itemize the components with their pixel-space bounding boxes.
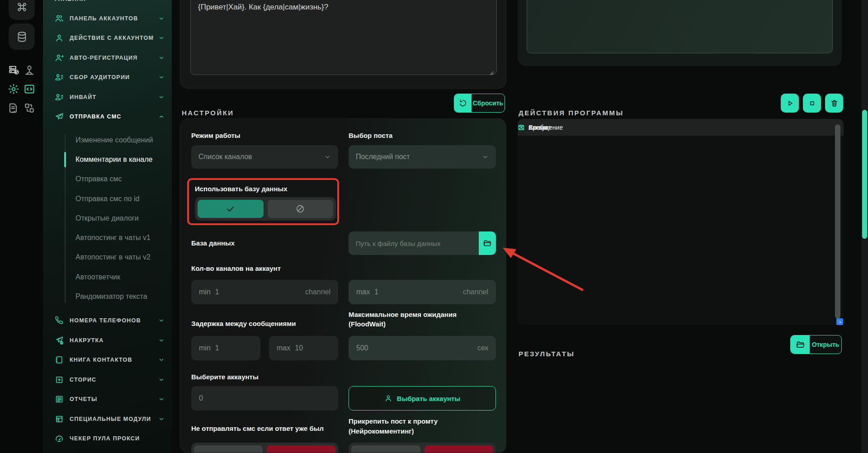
submenu-item-text-randomizer[interactable]: Рандомизатор текста: [43, 287, 172, 306]
submenu-item-autoposting-v2[interactable]: Автопостинг в чаты v2: [43, 248, 172, 267]
sidebar-item-contact-book[interactable]: КНИГА КОНТАКТОВ: [43, 350, 172, 370]
submenu-item-label: Автопостинг в чаты v1: [75, 234, 151, 242]
post-select-value: Последний пост: [356, 153, 410, 161]
submenu-item-send-sms[interactable]: Отправка смс: [43, 170, 172, 189]
open-results-label: Открыть: [810, 335, 841, 354]
delay-max-input[interactable]: max 10: [269, 336, 338, 360]
delay-max-value: 10: [295, 344, 303, 352]
chevron-icon: [158, 35, 165, 41]
page-scrollbar-track[interactable]: [861, 0, 868, 453]
db-path-input[interactable]: Путь к файлу базы данных: [349, 231, 479, 255]
reset-button[interactable]: Сбросить: [454, 94, 505, 113]
rail-icon-server-check[interactable]: [8, 64, 20, 76]
rail-icon-person-stand[interactable]: [23, 64, 35, 76]
sidebar-item-icon: [55, 395, 64, 404]
trash-icon: [830, 99, 839, 108]
sidebar-item-boosting[interactable]: НАКРУТКА: [43, 330, 172, 350]
sidebar-item-reports[interactable]: ОТЧЕТЫ: [43, 390, 172, 410]
sidebar-item-account-action[interactable]: ДЕЙСТВИЕ С АККАУНТОМ: [43, 28, 172, 48]
floodwait-input[interactable]: 500 сек: [349, 336, 496, 360]
sidebar-item-icon: [55, 73, 64, 82]
submenu-item-label: Комментарии в канале: [75, 156, 152, 164]
attach-post-toggle-on[interactable]: [351, 445, 420, 453]
sidebar-item-icon: [55, 33, 64, 42]
sidebar-item-audience-collect[interactable]: СБОР АУДИТОРИИ: [43, 68, 172, 88]
sidebar-item-proxy-checker[interactable]: ЧЕКЕР ПУЛА ПРОКСИ: [43, 429, 172, 449]
use-db-toggle-off[interactable]: [268, 200, 334, 218]
db-path-row: Путь к файлу базы данных: [349, 231, 496, 255]
folder-open-icon: [483, 239, 492, 248]
channels-max-input[interactable]: max 1 channel: [349, 280, 496, 304]
submenu-item-open-dialogs[interactable]: Открытые диалоги: [43, 208, 172, 228]
select-accounts-button[interactable]: Выбрать аккаунты: [349, 386, 496, 411]
settings-card: Режим работы Выбор поста Список каналов …: [180, 118, 506, 453]
attach-post-label-line2: (Нейрокомментинг): [349, 427, 414, 435]
submenu-item-channel-comments[interactable]: Комментарии в канале: [43, 150, 172, 169]
sms-submenu: Изменение сообщений Комментарии в канале…: [43, 130, 172, 307]
floodwait-label-line2: (FloodWait): [349, 320, 386, 328]
rail-icon-code-window[interactable]: [23, 83, 35, 95]
message-editor-card: {Привет|Хай}. Как {дела|сам|жизнь}?: [180, 0, 506, 89]
sidebar-item-label: ИНВАЙТ: [70, 94, 96, 100]
stop-button[interactable]: [803, 94, 821, 113]
textarea-resize-grip-icon[interactable]: [487, 68, 494, 76]
table-resize-handle[interactable]: [836, 318, 843, 325]
db-browse-button[interactable]: [479, 231, 496, 255]
message-text-input[interactable]: {Привет|Хай}. Как {дела|сам|жизнь}?: [190, 0, 497, 75]
select-accounts-label: Выбрать аккаунты: [397, 395, 460, 402]
attach-post-toggle-off[interactable]: [425, 445, 494, 453]
check-icon: [226, 204, 236, 214]
sidebar-item-label: НАКРУТКА: [70, 337, 104, 344]
accounts-count-input[interactable]: 0: [191, 386, 338, 411]
sidebar-item-phone-numbers[interactable]: НОМЕРА ТЕЛЕФОНОВ: [43, 311, 172, 331]
table-scrollbar-thumb[interactable]: [835, 124, 840, 319]
use-db-toggle-on[interactable]: [198, 200, 264, 218]
chevron-icon: [158, 113, 165, 120]
floodwait-unit: сек: [477, 344, 488, 352]
sidebar-item-stories[interactable]: СТОРИС: [43, 370, 172, 390]
rail-command-button[interactable]: [9, 0, 35, 20]
sidebar-item-special-modules[interactable]: СПЕЦИАЛЬНЫЕ МОДУЛИ: [43, 409, 172, 429]
submenu-item-send-sms-id[interactable]: Отправка смс по id: [43, 189, 172, 208]
mode-select[interactable]: Список каналов: [191, 145, 338, 169]
submenu-item-label: Изменение сообщений: [75, 136, 153, 144]
sidebar-item-icon: [55, 93, 64, 102]
sidebar-item-label: ДЕЙСТВИЕ С АККАУНТОМ: [70, 35, 154, 41]
post-label: Выбор поста: [349, 132, 392, 139]
no-resend-toggle: [191, 443, 338, 453]
rail-database-button[interactable]: [9, 24, 35, 50]
chevron-down-icon: [324, 154, 331, 160]
settings-title: НАСТРОЙКИ: [182, 109, 234, 117]
sidebar-item-invite[interactable]: ИНВАЙТ: [43, 87, 172, 107]
sidebar-item-sms-send[interactable]: ОТПРАВКА СМС: [43, 107, 172, 127]
rail-icon-swap[interactable]: [23, 102, 35, 114]
channels-min-input[interactable]: min 1 channel: [191, 280, 338, 304]
page-scrollbar-thumb[interactable]: [862, 110, 867, 239]
preview-area[interactable]: [527, 0, 833, 53]
check-icon: [381, 451, 391, 453]
chevron-icon: [158, 74, 165, 80]
post-select[interactable]: Последний пост: [349, 145, 496, 169]
no-resend-toggle-on[interactable]: [194, 445, 263, 453]
actions-table: Время Аккаунт Сообщение: [518, 119, 844, 325]
submenu-item-autoposting-v1[interactable]: Автопостинг в чаты v1: [43, 228, 172, 247]
left-rail: [0, 0, 43, 453]
no-resend-toggle-off[interactable]: [267, 445, 335, 453]
floodwait-value: 500: [356, 344, 368, 352]
use-db-label: Использовать базу данных: [195, 185, 288, 193]
rail-icon-doc-check[interactable]: [8, 102, 20, 114]
db-label: База данных: [191, 239, 235, 247]
clear-button[interactable]: [825, 94, 843, 113]
channels-label: Кол-во каналов на аккаунт: [191, 264, 281, 272]
start-button[interactable]: [781, 94, 799, 113]
sidebar-item-accounts-panel[interactable]: ПАНЕЛЬ АККАУНТОВ: [43, 9, 172, 28]
open-results-button[interactable]: Открыть: [790, 335, 842, 354]
sidebar-item-auto-registration[interactable]: АВТО-РЕГИСТРАЦИЯ: [43, 48, 172, 68]
chevron-icon: [158, 94, 165, 100]
rail-icon-gear[interactable]: [8, 83, 20, 95]
submenu-item-autoresponder[interactable]: Автоответчик: [43, 267, 172, 287]
delay-min-input[interactable]: min 1: [191, 336, 260, 360]
sidebar-item-icon: [55, 53, 64, 62]
submenu-item-change-messages[interactable]: Изменение сообщений: [43, 130, 172, 150]
sidebar-item-glavnaya[interactable]: ГЛАВНАЯ: [43, 0, 172, 9]
